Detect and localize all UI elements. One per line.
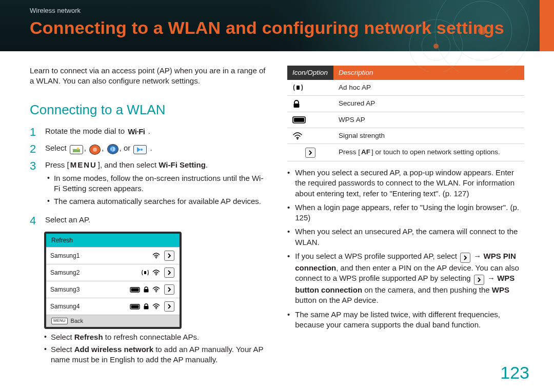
signal-icon	[152, 253, 160, 259]
ap-row[interactable]: Samsung2	[46, 264, 180, 281]
mode-icon-4	[133, 145, 147, 154]
svg-rect-15	[144, 289, 149, 293]
step3-sub1: In some modes, follow the on-screen inst…	[54, 173, 267, 194]
right-column: Icon/Option Description Ad hoc AP Secure…	[287, 66, 524, 368]
step3-post: .	[206, 160, 208, 169]
left-column: Learn to connect via an access point (AP…	[30, 66, 267, 368]
cell-wps: WPS AP	[333, 112, 524, 128]
cell-more: Press [AF] or touch to open network sett…	[333, 144, 524, 161]
svg-rect-14	[131, 288, 139, 291]
ap-footer-text: Back	[71, 317, 83, 325]
table-row: Secured AP	[287, 96, 524, 112]
step-number: 2	[30, 143, 40, 155]
mode-icon-3	[107, 144, 118, 154]
cell-lock: Secured AP	[333, 96, 524, 112]
svg-point-25	[297, 138, 299, 140]
step1-post: .	[148, 127, 150, 135]
more-icon[interactable]	[163, 251, 175, 261]
mode-icon-2	[89, 145, 101, 155]
table-row: Press [AF] or touch to open network sett…	[287, 144, 524, 161]
svg-point-5	[433, 44, 439, 49]
menu-badge: MENU	[51, 318, 68, 324]
cell-signal: Signal strength	[333, 128, 524, 143]
wps-icon	[130, 304, 140, 310]
svg-point-20	[156, 308, 157, 310]
wifi-icon: Wi·Fi	[128, 127, 145, 137]
signal-icon	[152, 286, 160, 293]
step-number: 1	[30, 126, 40, 138]
ap-name: Samsung2	[50, 269, 141, 277]
ap-refresh-header[interactable]: Refresh	[46, 234, 180, 247]
mode-icon-1	[70, 145, 83, 154]
breadcrumb: Wireless network	[30, 6, 554, 15]
more-icon	[474, 275, 484, 285]
step-3: 3 Press [MENU], and then select Wi-Fi Se…	[30, 160, 267, 210]
signal-icon	[152, 270, 160, 276]
ap-row[interactable]: Samsung4	[46, 298, 180, 315]
note-4: If you select a WPS profile supported AP…	[295, 251, 524, 306]
svg-point-8	[93, 148, 97, 152]
more-icon[interactable]	[163, 301, 175, 312]
more-icon[interactable]	[163, 267, 175, 278]
notes-list: When you select a secured AP, a pop-up w…	[287, 168, 524, 330]
ap-list-widget: Refresh Samsung1Samsung2Samsung3Samsung4…	[44, 232, 182, 329]
ap-row[interactable]: Samsung1	[46, 247, 180, 264]
lock-icon	[143, 286, 149, 293]
lock-icon	[143, 303, 149, 310]
th-icon: Icon/Option	[287, 66, 333, 80]
intro-text: Learn to connect via an access point (AP…	[30, 66, 267, 87]
adhoc-icon	[141, 270, 149, 276]
signal-icon	[292, 132, 328, 140]
ap-footer[interactable]: MENU Back	[46, 315, 180, 327]
svg-rect-22	[294, 104, 300, 108]
step4-text: Select an AP.	[45, 215, 267, 225]
step2-pre: Select	[45, 143, 69, 152]
note-3: When you select an unsecured AP, the cam…	[295, 226, 524, 247]
more-icon[interactable]	[163, 284, 175, 295]
page-number: 123	[500, 361, 529, 385]
table-row: Signal strength	[287, 128, 524, 143]
icon-description-table: Icon/Option Description Ad hoc AP Secure…	[287, 66, 524, 161]
step3-bold: Wi-Fi Setting	[159, 160, 206, 169]
step-number: 4	[30, 215, 40, 226]
step-2: 2 Select , , , or .	[30, 143, 267, 155]
note-2: When a login page appears, refer to "Usi…	[295, 202, 524, 223]
svg-rect-6	[73, 149, 80, 152]
svg-rect-11	[144, 271, 146, 274]
svg-point-12	[156, 275, 157, 276]
step4-sub1: Select Refresh to refresh connectable AP…	[51, 332, 199, 342]
svg-rect-21	[296, 86, 300, 90]
table-row: Ad hoc AP	[287, 80, 524, 96]
page-header: Wireless network Connecting to a WLAN an…	[0, 0, 554, 51]
note-5: The same AP may be listed twice, with di…	[295, 310, 524, 331]
step-1: 1 Rotate the mode dial to Wi·Fi .	[30, 126, 267, 138]
ap-row[interactable]: Samsung3	[46, 281, 180, 298]
step3-pre: Press [	[45, 160, 69, 169]
th-desc: Description	[333, 66, 524, 80]
ap-name: Samsung4	[50, 302, 130, 311]
ap-name: Samsung3	[50, 285, 130, 294]
section-title: Connecting to a WLAN	[30, 101, 267, 119]
svg-point-9	[141, 149, 143, 151]
wps-icon	[292, 116, 328, 123]
step3-sub2: The camera automatically searches for av…	[54, 196, 261, 207]
page-title: Connecting to a WLAN and configuring net…	[30, 16, 554, 40]
adhoc-icon	[292, 84, 328, 92]
table-row: WPS AP	[287, 112, 524, 128]
svg-rect-19	[144, 306, 149, 310]
step2-post: .	[150, 143, 152, 152]
svg-point-7	[77, 147, 79, 149]
step-4: 4 Select an AP.	[30, 215, 267, 226]
step3-mid: ], and then select	[98, 160, 159, 169]
svg-point-10	[156, 258, 157, 259]
more-icon	[305, 148, 315, 158]
cell-adhoc: Ad hoc AP	[333, 80, 524, 96]
af-icon: AF	[361, 148, 370, 156]
menu-icon: MENU	[70, 160, 97, 170]
note-1: When you select a secured AP, a pop-up w…	[295, 168, 524, 199]
svg-rect-24	[294, 118, 304, 122]
step1-pre: Rotate the mode dial to	[45, 127, 127, 135]
svg-rect-18	[131, 305, 139, 308]
lock-icon	[292, 100, 328, 108]
ap-name: Samsung1	[50, 252, 152, 260]
